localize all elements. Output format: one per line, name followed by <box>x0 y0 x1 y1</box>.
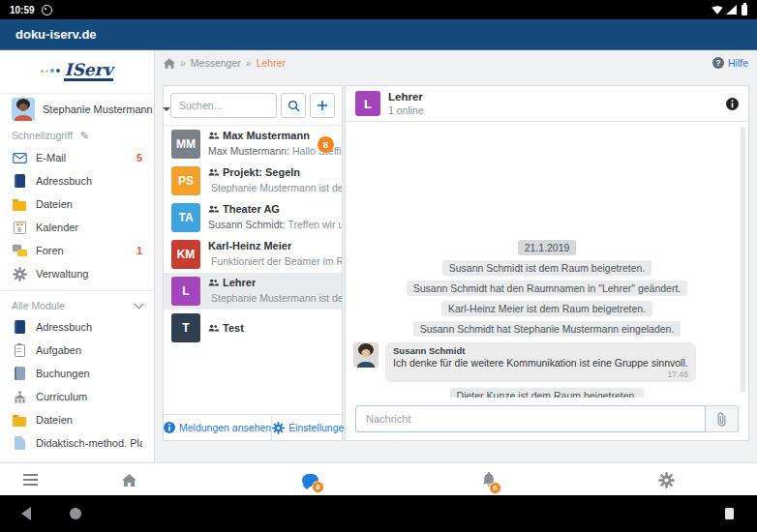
sidebar-item-kalender[interactable]: 9 Kalender <box>0 216 154 239</box>
forum-icon <box>12 245 27 257</box>
chat-list-item[interactable]: TA Theater AG Susann Schmidt:Treffen wir… <box>164 199 342 236</box>
chat-preview: Stephanie Mustermann ist dem Rau... <box>208 182 342 193</box>
chat-header: L Lehrer 1 online <box>346 86 748 122</box>
chat-preview: Susann Schmidt:Treffen wir uns m... <box>208 219 342 230</box>
sidebar-item-foren[interactable]: Foren 1 <box>0 239 154 262</box>
user-menu[interactable]: Stephanie Mustermann <box>0 94 154 125</box>
app-bar-title: doku-iserv.de <box>15 27 97 42</box>
avatar: MM <box>171 130 200 159</box>
wifi-icon <box>712 5 723 15</box>
avatar: KM <box>171 240 200 269</box>
logo-dots-icon <box>41 69 60 74</box>
android-home-icon[interactable] <box>70 508 81 519</box>
chat-online-status: 1 online <box>388 104 424 117</box>
caret-down-icon <box>163 107 170 111</box>
unread-badge: 8 <box>318 136 334 153</box>
folder-icon <box>12 198 27 211</box>
group-icon <box>208 324 219 332</box>
question-circle-icon: ? <box>712 57 724 69</box>
message: Susann Schmidt Ich denke für die weitere… <box>346 342 696 382</box>
message-avatar <box>353 342 378 368</box>
avatar: L <box>171 277 200 306</box>
breadcrumb: » Messenger » Lehrer <box>164 57 286 69</box>
user-avatar <box>12 98 35 121</box>
home-button[interactable] <box>122 463 136 496</box>
group-icon <box>208 205 219 213</box>
chat-info-button[interactable] <box>726 98 739 110</box>
messenger-button[interactable]: 8 <box>302 463 318 496</box>
message-time: 17:48 <box>393 369 688 379</box>
search-button[interactable] <box>281 93 306 118</box>
breadcrumb-messenger[interactable]: Messenger <box>191 57 241 69</box>
chat-list: MM Max Mustermann Max Mustermann:Hallo S… <box>164 126 342 414</box>
chevron-down-icon <box>135 300 144 310</box>
help-link[interactable]: ? Hilfe <box>712 57 748 69</box>
chat-list-item[interactable]: MM Max Mustermann Max Mustermann:Hallo S… <box>164 126 342 163</box>
chat-list-item[interactable]: KM Karl-Heinz Meier Funktioniert der Bea… <box>164 236 342 273</box>
book-icon <box>12 320 27 334</box>
status-time: 10:59 <box>10 5 35 15</box>
battery-icon <box>742 5 747 15</box>
message-input[interactable] <box>355 405 706 432</box>
book-icon <box>12 174 27 188</box>
search-icon <box>288 100 300 112</box>
messenger-badge: 8 <box>312 481 324 493</box>
clipboard-icon <box>12 344 27 357</box>
calendar-icon: 9 <box>12 222 27 234</box>
message-author: Susann Schmidt <box>393 345 688 356</box>
school-icon <box>12 391 27 403</box>
chat-list-item[interactable]: PS Projekt: Segeln Stephanie Mustermann … <box>164 163 342 199</box>
chat-list-item[interactable]: L Lehrer Stephanie Mustermann ist dem Ra… <box>164 273 342 310</box>
sidebar-item-dateien[interactable]: Dateien <box>0 192 154 216</box>
info-icon <box>726 98 739 110</box>
app-bar: doku-iserv.de <box>0 19 757 50</box>
gear-icon <box>272 422 285 434</box>
avatar: PS <box>171 166 200 195</box>
search-input[interactable] <box>170 93 277 118</box>
breadcrumb-lehrer[interactable]: Lehrer <box>257 57 286 69</box>
android-nav-bar <box>0 495 757 532</box>
module-item-didaktisch[interactable]: Didaktisch-method. Planung <box>0 431 154 455</box>
module-item-adressbuch[interactable]: Adressbuch <box>0 315 154 339</box>
iserv-logo[interactable]: IServ <box>0 50 154 94</box>
module-item-buchungen[interactable]: Buchungen <box>0 362 154 385</box>
foren-count-badge: 1 <box>136 245 142 256</box>
sidebar: IServ Stephanie Mustermann Schnellzugrif… <box>0 50 155 462</box>
settings-nav-button[interactable] <box>658 463 675 496</box>
group-icon <box>208 168 219 176</box>
bottom-nav: 8 6 <box>0 462 757 495</box>
divider <box>0 290 154 291</box>
home-icon[interactable] <box>164 58 175 69</box>
menu-button[interactable] <box>23 463 38 496</box>
chat-panel: L Lehrer 1 online 21.1.2019 Susann Schmi… <box>345 85 749 441</box>
notifications-badge: 6 <box>489 482 501 494</box>
module-item-curriculum[interactable]: Curriculum <box>0 385 154 408</box>
menu-icon <box>23 474 38 476</box>
group-icon <box>208 279 219 286</box>
chat-list-item[interactable]: T Test <box>164 310 342 346</box>
android-back-icon[interactable] <box>21 507 31 520</box>
attach-button[interactable] <box>706 405 739 432</box>
new-chat-button[interactable] <box>310 93 335 118</box>
settings-button[interactable]: Einstellungen <box>272 415 349 440</box>
sidebar-item-email[interactable]: E-Mail 5 <box>0 146 154 169</box>
notification-icon <box>42 5 52 15</box>
all-modules-toggle[interactable]: Alle Module <box>0 296 154 315</box>
view-notifications-button[interactable]: Meldungen ansehen <box>164 415 272 440</box>
screen: 10:59 doku-iserv.de IServ Stephanie Must… <box>0 0 757 532</box>
system-message-pill: Karl-Heinz Meier ist dem Raum beigetrete… <box>441 301 652 316</box>
system-message-pill: Susann Schmidt hat den Raumnamen in "Leh… <box>407 281 688 296</box>
message-bubble: Susann Schmidt Ich denke für die weitere… <box>385 342 696 382</box>
notifications-button[interactable]: 6 <box>482 463 496 496</box>
android-extra-icon[interactable] <box>725 508 734 519</box>
module-item-aufgaben[interactable]: Aufgaben <box>0 339 154 362</box>
message-history: 21.1.2019 Susann Schmidt ist dem Raum be… <box>346 122 748 398</box>
sidebar-item-adressbuch[interactable]: Adressbuch <box>0 169 154 192</box>
module-item-dateien[interactable]: Dateien <box>0 408 154 431</box>
svg-text:?: ? <box>716 59 721 68</box>
sidebar-item-verwaltung[interactable]: Verwaltung <box>0 262 154 285</box>
scrollbar[interactable] <box>741 127 745 393</box>
edit-pencil-icon[interactable]: ✎ <box>80 130 89 142</box>
system-message-pill: Dieter Kunze ist dem Raum beigetreten. <box>450 388 645 398</box>
date-separator: 21.1.2019 <box>518 240 577 255</box>
